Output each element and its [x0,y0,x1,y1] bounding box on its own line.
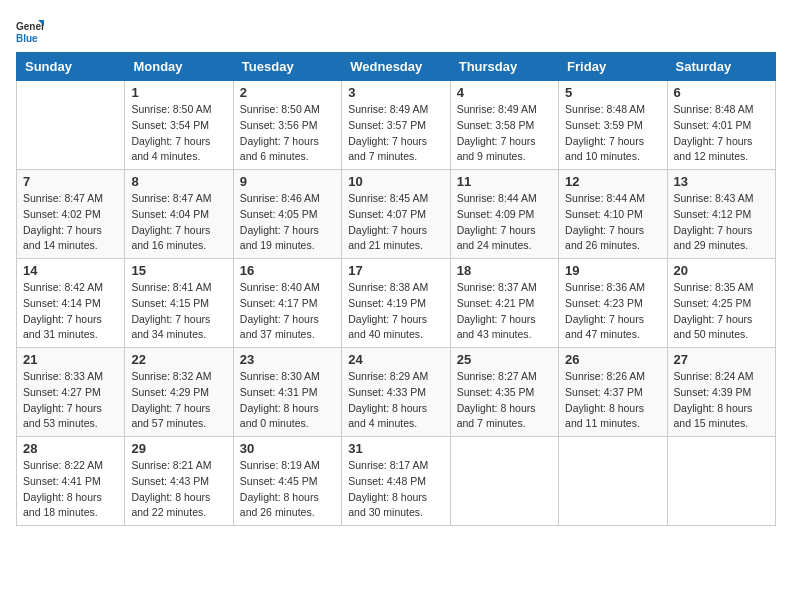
day-number: 11 [457,174,552,189]
day-number: 16 [240,263,335,278]
day-cell: 13Sunrise: 8:43 AM Sunset: 4:12 PM Dayli… [667,170,775,259]
day-info: Sunrise: 8:50 AM Sunset: 3:54 PM Dayligh… [131,102,226,165]
day-cell: 2Sunrise: 8:50 AM Sunset: 3:56 PM Daylig… [233,81,341,170]
day-cell: 12Sunrise: 8:44 AM Sunset: 4:10 PM Dayli… [559,170,667,259]
day-number: 23 [240,352,335,367]
day-cell: 8Sunrise: 8:47 AM Sunset: 4:04 PM Daylig… [125,170,233,259]
day-info: Sunrise: 8:37 AM Sunset: 4:21 PM Dayligh… [457,280,552,343]
week-row-3: 14Sunrise: 8:42 AM Sunset: 4:14 PM Dayli… [17,259,776,348]
day-number: 29 [131,441,226,456]
day-cell: 19Sunrise: 8:36 AM Sunset: 4:23 PM Dayli… [559,259,667,348]
day-number: 19 [565,263,660,278]
day-cell [559,437,667,526]
day-info: Sunrise: 8:50 AM Sunset: 3:56 PM Dayligh… [240,102,335,165]
col-header-friday: Friday [559,53,667,81]
day-info: Sunrise: 8:36 AM Sunset: 4:23 PM Dayligh… [565,280,660,343]
col-header-tuesday: Tuesday [233,53,341,81]
day-info: Sunrise: 8:24 AM Sunset: 4:39 PM Dayligh… [674,369,769,432]
day-number: 18 [457,263,552,278]
day-cell: 27Sunrise: 8:24 AM Sunset: 4:39 PM Dayli… [667,348,775,437]
svg-text:General: General [16,21,44,32]
day-cell: 15Sunrise: 8:41 AM Sunset: 4:15 PM Dayli… [125,259,233,348]
day-info: Sunrise: 8:44 AM Sunset: 4:09 PM Dayligh… [457,191,552,254]
day-cell: 14Sunrise: 8:42 AM Sunset: 4:14 PM Dayli… [17,259,125,348]
day-cell: 3Sunrise: 8:49 AM Sunset: 3:57 PM Daylig… [342,81,450,170]
day-number: 7 [23,174,118,189]
day-cell: 1Sunrise: 8:50 AM Sunset: 3:54 PM Daylig… [125,81,233,170]
day-number: 22 [131,352,226,367]
day-number: 26 [565,352,660,367]
day-info: Sunrise: 8:49 AM Sunset: 3:58 PM Dayligh… [457,102,552,165]
day-info: Sunrise: 8:32 AM Sunset: 4:29 PM Dayligh… [131,369,226,432]
day-info: Sunrise: 8:21 AM Sunset: 4:43 PM Dayligh… [131,458,226,521]
week-row-2: 7Sunrise: 8:47 AM Sunset: 4:02 PM Daylig… [17,170,776,259]
day-number: 9 [240,174,335,189]
day-cell: 5Sunrise: 8:48 AM Sunset: 3:59 PM Daylig… [559,81,667,170]
day-cell [17,81,125,170]
day-cell: 25Sunrise: 8:27 AM Sunset: 4:35 PM Dayli… [450,348,558,437]
day-info: Sunrise: 8:35 AM Sunset: 4:25 PM Dayligh… [674,280,769,343]
day-number: 30 [240,441,335,456]
day-number: 21 [23,352,118,367]
day-cell: 31Sunrise: 8:17 AM Sunset: 4:48 PM Dayli… [342,437,450,526]
col-header-sunday: Sunday [17,53,125,81]
day-number: 8 [131,174,226,189]
logo: General Blue [16,16,48,44]
week-row-1: 1Sunrise: 8:50 AM Sunset: 3:54 PM Daylig… [17,81,776,170]
calendar-header-row: SundayMondayTuesdayWednesdayThursdayFrid… [17,53,776,81]
day-info: Sunrise: 8:46 AM Sunset: 4:05 PM Dayligh… [240,191,335,254]
day-cell: 4Sunrise: 8:49 AM Sunset: 3:58 PM Daylig… [450,81,558,170]
day-cell [450,437,558,526]
week-row-4: 21Sunrise: 8:33 AM Sunset: 4:27 PM Dayli… [17,348,776,437]
day-number: 1 [131,85,226,100]
col-header-monday: Monday [125,53,233,81]
day-cell: 20Sunrise: 8:35 AM Sunset: 4:25 PM Dayli… [667,259,775,348]
day-info: Sunrise: 8:19 AM Sunset: 4:45 PM Dayligh… [240,458,335,521]
day-info: Sunrise: 8:43 AM Sunset: 4:12 PM Dayligh… [674,191,769,254]
day-info: Sunrise: 8:17 AM Sunset: 4:48 PM Dayligh… [348,458,443,521]
day-info: Sunrise: 8:45 AM Sunset: 4:07 PM Dayligh… [348,191,443,254]
day-info: Sunrise: 8:40 AM Sunset: 4:17 PM Dayligh… [240,280,335,343]
day-number: 14 [23,263,118,278]
day-cell: 7Sunrise: 8:47 AM Sunset: 4:02 PM Daylig… [17,170,125,259]
day-number: 24 [348,352,443,367]
day-number: 5 [565,85,660,100]
day-info: Sunrise: 8:49 AM Sunset: 3:57 PM Dayligh… [348,102,443,165]
day-info: Sunrise: 8:27 AM Sunset: 4:35 PM Dayligh… [457,369,552,432]
day-cell: 9Sunrise: 8:46 AM Sunset: 4:05 PM Daylig… [233,170,341,259]
day-info: Sunrise: 8:48 AM Sunset: 3:59 PM Dayligh… [565,102,660,165]
day-number: 2 [240,85,335,100]
day-info: Sunrise: 8:30 AM Sunset: 4:31 PM Dayligh… [240,369,335,432]
day-cell: 18Sunrise: 8:37 AM Sunset: 4:21 PM Dayli… [450,259,558,348]
day-cell: 22Sunrise: 8:32 AM Sunset: 4:29 PM Dayli… [125,348,233,437]
week-row-5: 28Sunrise: 8:22 AM Sunset: 4:41 PM Dayli… [17,437,776,526]
day-number: 3 [348,85,443,100]
col-header-wednesday: Wednesday [342,53,450,81]
day-info: Sunrise: 8:44 AM Sunset: 4:10 PM Dayligh… [565,191,660,254]
day-cell: 24Sunrise: 8:29 AM Sunset: 4:33 PM Dayli… [342,348,450,437]
day-number: 28 [23,441,118,456]
logo-icon: General Blue [16,16,44,44]
day-info: Sunrise: 8:33 AM Sunset: 4:27 PM Dayligh… [23,369,118,432]
day-cell: 17Sunrise: 8:38 AM Sunset: 4:19 PM Dayli… [342,259,450,348]
day-cell: 10Sunrise: 8:45 AM Sunset: 4:07 PM Dayli… [342,170,450,259]
day-number: 31 [348,441,443,456]
day-info: Sunrise: 8:29 AM Sunset: 4:33 PM Dayligh… [348,369,443,432]
day-number: 25 [457,352,552,367]
day-number: 20 [674,263,769,278]
day-number: 15 [131,263,226,278]
day-number: 4 [457,85,552,100]
day-number: 17 [348,263,443,278]
day-info: Sunrise: 8:38 AM Sunset: 4:19 PM Dayligh… [348,280,443,343]
col-header-thursday: Thursday [450,53,558,81]
col-header-saturday: Saturday [667,53,775,81]
day-info: Sunrise: 8:47 AM Sunset: 4:04 PM Dayligh… [131,191,226,254]
day-info: Sunrise: 8:22 AM Sunset: 4:41 PM Dayligh… [23,458,118,521]
calendar-table: SundayMondayTuesdayWednesdayThursdayFrid… [16,52,776,526]
svg-text:Blue: Blue [16,33,38,44]
day-cell: 6Sunrise: 8:48 AM Sunset: 4:01 PM Daylig… [667,81,775,170]
day-cell: 16Sunrise: 8:40 AM Sunset: 4:17 PM Dayli… [233,259,341,348]
day-cell [667,437,775,526]
day-info: Sunrise: 8:41 AM Sunset: 4:15 PM Dayligh… [131,280,226,343]
day-number: 13 [674,174,769,189]
